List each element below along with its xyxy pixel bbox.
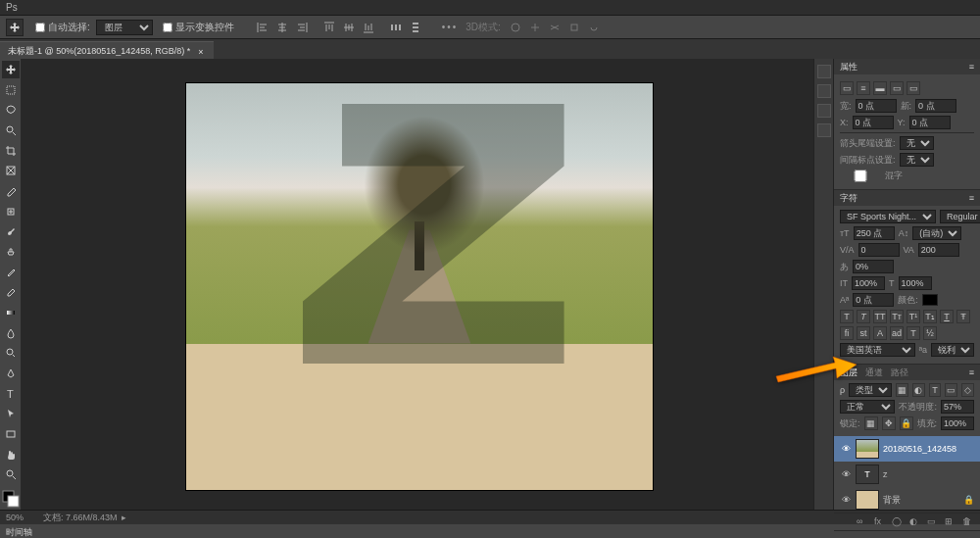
blend-mode-select[interactable]: 正常 [840, 400, 895, 414]
tracking-input[interactable] [918, 243, 959, 257]
delete-layer-icon[interactable]: 🗑 [962, 516, 974, 528]
autoselect-checkbox[interactable] [35, 23, 45, 32]
color-swatches[interactable] [2, 490, 20, 510]
canvas-viewport[interactable] [22, 59, 813, 510]
faux-bold-button[interactable]: T [840, 310, 854, 323]
quick-select-tool[interactable] [2, 122, 20, 139]
panel-menu-icon[interactable]: ≡ [969, 367, 974, 377]
new-layer-icon[interactable]: ⊞ [945, 516, 956, 528]
layers-tab[interactable]: 图层 [840, 367, 858, 379]
channels-tab[interactable]: 通道 [865, 367, 883, 379]
hscale-input[interactable] [852, 276, 885, 290]
opentype-frac-button[interactable]: ½ [923, 326, 937, 340]
gradient-tool[interactable] [2, 304, 20, 321]
arrow-end-select[interactable]: 无 [900, 153, 934, 167]
document-canvas[interactable] [186, 83, 653, 490]
arrow-start-select[interactable]: 无 [900, 136, 934, 150]
layer-name[interactable]: 20180516_142458 [883, 444, 956, 454]
height-input[interactable] [915, 99, 956, 113]
dock-swatches-icon[interactable] [817, 84, 831, 98]
baseline-input[interactable] [853, 293, 894, 307]
text-color-swatch[interactable] [922, 294, 938, 306]
adjustment-layer-icon[interactable]: ◐ [909, 516, 921, 528]
prop-tab-2[interactable]: ≡ [857, 81, 870, 95]
leading-select[interactable]: (自动) [912, 226, 961, 240]
layer-thumbnail[interactable] [856, 439, 879, 459]
prop-tab-5[interactable]: ▭ [906, 81, 920, 95]
layer-thumbnail[interactable] [856, 490, 879, 510]
close-tab-icon[interactable]: × [198, 47, 203, 57]
layer-row[interactable]: 👁 20180516_142458 [834, 436, 980, 462]
type-tool[interactable]: T [2, 385, 20, 403]
font-style-select[interactable]: Regular [940, 210, 980, 223]
underline-button[interactable]: T [940, 310, 954, 323]
move-tool[interactable] [2, 61, 20, 78]
healing-brush-tool[interactable] [2, 203, 20, 220]
opentype-titling-button[interactable]: T [906, 326, 920, 340]
align-bottom-icon[interactable] [360, 19, 377, 36]
crop-tool[interactable] [2, 142, 20, 160]
opentype-fi-button[interactable]: fi [840, 326, 854, 340]
layer-name[interactable]: 背景 [883, 494, 901, 507]
y-input[interactable] [909, 116, 951, 129]
visibility-toggle-icon[interactable]: 👁 [840, 495, 852, 505]
align-top-icon[interactable] [320, 19, 338, 36]
3d-rotate-icon[interactable] [585, 19, 603, 36]
distribute-v-icon[interactable] [407, 19, 424, 36]
marquee-tool[interactable] [2, 81, 20, 99]
distribute-h-icon[interactable] [387, 19, 405, 36]
brush-tool[interactable] [2, 222, 20, 240]
rectangle-tool[interactable] [2, 425, 20, 443]
lasso-tool[interactable] [2, 101, 20, 119]
filter-shape-icon[interactable]: ▭ [945, 383, 957, 397]
faux-italic-button[interactable]: T [857, 310, 870, 323]
panel-menu-icon[interactable]: ≡ [969, 62, 974, 72]
more-options-icon[interactable]: ••• [442, 22, 459, 32]
opacity-input[interactable] [941, 400, 974, 414]
superscript-button[interactable]: T¹ [906, 310, 920, 323]
zoom-tool[interactable] [2, 465, 20, 483]
path-select-tool[interactable] [2, 405, 20, 422]
filter-smart-icon[interactable]: ◇ [961, 383, 974, 397]
allcaps-button[interactable]: TT [873, 310, 887, 323]
3d-slide-icon[interactable] [546, 19, 564, 36]
document-tab[interactable]: 未标题-1 @ 50%(20180516_142458, RGB/8) * × [0, 41, 214, 59]
width-input[interactable] [856, 99, 897, 113]
visibility-toggle-icon[interactable]: 👁 [840, 469, 852, 479]
align-center-h-icon[interactable] [273, 19, 291, 36]
zoom-level[interactable]: 50% [6, 513, 24, 522]
kerning-input[interactable] [858, 243, 900, 257]
layer-filter-select[interactable]: 类型 [849, 383, 892, 397]
strikethrough-button[interactable]: Ŧ [956, 310, 970, 323]
layer-thumbnail[interactable]: T [856, 465, 879, 484]
language-select[interactable]: 美国英语 [840, 343, 915, 357]
smallcaps-button[interactable]: Tт [890, 310, 904, 323]
dock-history-icon[interactable] [817, 104, 831, 118]
dodge-tool[interactable] [2, 344, 20, 362]
hand-tool[interactable] [2, 446, 20, 464]
layer-name[interactable]: z [883, 469, 888, 479]
dock-color-icon[interactable] [817, 65, 831, 78]
eyedropper-tool[interactable] [2, 182, 20, 200]
layer-mask-icon[interactable]: ◯ [892, 516, 904, 528]
layer-row[interactable]: 👁 背景 🔒 [834, 487, 980, 513]
pen-tool[interactable] [2, 365, 20, 382]
autoselect-mode-select[interactable]: 图层 [96, 20, 153, 35]
paths-tab[interactable]: 路径 [891, 367, 908, 379]
font-family-select[interactable]: SF Sports Night... [840, 210, 936, 223]
doc-info[interactable]: 文档: 7.66M/8.43M [43, 512, 118, 524]
filter-adjust-icon[interactable]: ◐ [912, 383, 925, 397]
filter-text-icon[interactable]: T [929, 383, 942, 397]
show-transform-checkbox[interactable] [163, 23, 172, 32]
link-layers-icon[interactable]: ∞ [857, 516, 868, 528]
align-right-icon[interactable] [293, 19, 311, 36]
font-size-input[interactable] [854, 226, 895, 240]
opentype-ord-button[interactable]: ad [890, 326, 904, 340]
vscale-input[interactable] [853, 260, 894, 273]
doc-info-arrow-icon[interactable]: ▸ [122, 513, 126, 522]
opentype-swash-button[interactable]: A [873, 326, 887, 340]
opentype-st-button[interactable]: st [857, 326, 870, 340]
blur-tool[interactable] [2, 324, 20, 342]
timeline-collapsed[interactable]: 时间轴 [0, 524, 980, 538]
group-icon[interactable]: ▭ [927, 516, 939, 528]
